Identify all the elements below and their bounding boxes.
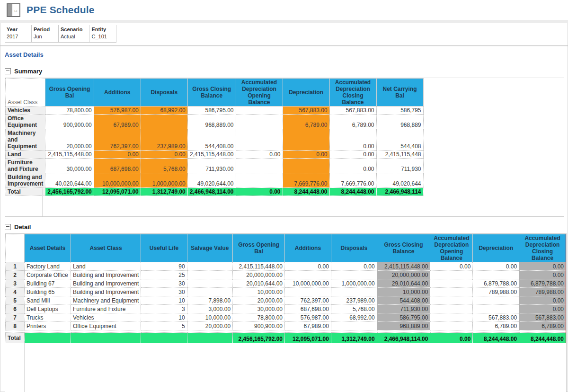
detail-cell[interactable]: 0.00	[430, 262, 473, 271]
summary-cell[interactable]: 237,989.00	[141, 129, 187, 151]
summary-cell[interactable]: 49,020,644.00	[187, 173, 236, 188]
detail-cell[interactable]	[285, 288, 331, 296]
detail-cell[interactable]: 687,698.00	[285, 305, 331, 313]
summary-cell[interactable]: 68,992.00	[141, 107, 187, 115]
detail-cell[interactable]: 6,789.00	[473, 322, 519, 330]
detail-cell[interactable]: Vehicles	[71, 313, 141, 322]
summary-cell[interactable]: 67,989.00	[94, 115, 141, 129]
pov-value[interactable]: Actual	[61, 34, 82, 39]
summary-cell[interactable]: 968,889.00	[187, 115, 236, 129]
summary-cell[interactable]: 6,789.00	[283, 115, 329, 129]
collapse-detail-icon[interactable]	[5, 224, 11, 230]
detail-cell[interactable]: 10,000.00	[233, 288, 285, 296]
summary-cell[interactable]	[236, 115, 283, 129]
detail-cell[interactable]: 576,987.00	[285, 313, 331, 322]
detail-cell[interactable]	[430, 271, 473, 279]
detail-cell[interactable]: Printers	[24, 322, 71, 330]
summary-cell[interactable]: 78,800.00	[45, 107, 94, 115]
detail-cell[interactable]	[331, 271, 377, 279]
detail-cell[interactable]: Sand Mill	[24, 296, 71, 305]
detail-cell[interactable]: 1,000,000.00	[331, 279, 377, 288]
detail-cell[interactable]	[331, 322, 377, 330]
detail-cell[interactable]: 10	[141, 313, 187, 322]
summary-cell[interactable]: 711,930	[376, 159, 423, 173]
summary-cell[interactable]: 567,883.00	[283, 107, 329, 115]
detail-cell[interactable]: 20,010,644.00	[233, 279, 285, 288]
detail-cell[interactable]: 30	[141, 279, 187, 288]
summary-cell[interactable]: 968,889	[376, 115, 423, 129]
detail-cell[interactable]: 20,000.00	[233, 296, 285, 305]
summary-cell[interactable]: 544,408	[376, 129, 423, 151]
summary-cell[interactable]: 0.00	[94, 151, 141, 159]
summary-cell[interactable]: 10,000,000.00	[94, 173, 141, 188]
detail-cell[interactable]: 10,000.00	[187, 313, 233, 322]
summary-cell[interactable]: 0.00	[141, 151, 187, 159]
summary-cell[interactable]: 49,020,644	[376, 173, 423, 188]
detail-cell[interactable]	[187, 288, 233, 296]
detail-cell[interactable]: 78,800.00	[233, 313, 285, 322]
detail-cell[interactable]: 20,000.00	[187, 322, 233, 330]
pane-toggle-icon[interactable]: ↔	[7, 3, 20, 17]
summary-cell[interactable]: 5,768.00	[141, 159, 187, 173]
detail-cell[interactable]: 5,768.00	[331, 305, 377, 313]
detail-cell[interactable]	[430, 313, 473, 322]
pov-value[interactable]: 2017	[7, 34, 25, 39]
detail-cell[interactable]	[187, 271, 233, 279]
detail-cell[interactable]: 10	[141, 296, 187, 305]
summary-cell[interactable]: 576,987.00	[94, 107, 141, 115]
summary-cell[interactable]	[283, 159, 329, 173]
detail-cell[interactable]	[430, 322, 473, 330]
detail-cell[interactable]: 30	[141, 288, 187, 296]
summary-cell[interactable]: 7,669,776.00	[283, 173, 329, 188]
summary-cell[interactable]: 567,883.00	[329, 107, 376, 115]
detail-cell[interactable]: Corporate Office	[24, 271, 71, 279]
detail-cell[interactable]: 567,883.00	[473, 313, 519, 322]
detail-cell[interactable]: Building and Improvement	[71, 279, 141, 288]
detail-cell[interactable]: Building 65	[24, 288, 71, 296]
detail-cell[interactable]: Factory Land	[24, 262, 71, 271]
detail-cell[interactable]: 90	[141, 262, 187, 271]
summary-cell[interactable]: 0.00	[329, 129, 376, 151]
detail-cell[interactable]	[430, 296, 473, 305]
detail-cell[interactable]	[285, 271, 331, 279]
detail-cell[interactable]: Building and Improvement	[71, 271, 141, 279]
summary-cell[interactable]: 2,415,115,448.00	[187, 151, 236, 159]
summary-cell[interactable]	[141, 115, 187, 129]
summary-cell[interactable]: 900,900.00	[45, 115, 94, 129]
detail-cell[interactable]	[430, 305, 473, 313]
detail-cell[interactable]	[473, 305, 519, 313]
detail-cell[interactable]: 237,989.00	[331, 296, 377, 305]
detail-cell[interactable]: 7,898.00	[187, 296, 233, 305]
detail-cell[interactable]	[187, 262, 233, 271]
summary-cell[interactable]: 7,669,776.00	[329, 173, 376, 188]
detail-cell[interactable]: 6,879,788.00	[473, 279, 519, 288]
summary-cell[interactable]: 40,020,644.00	[45, 173, 94, 188]
detail-cell[interactable]: 2,415,115,448.00	[233, 262, 285, 271]
summary-cell[interactable]: 0.00	[329, 151, 376, 159]
detail-cell[interactable]	[430, 279, 473, 288]
summary-cell[interactable]: 0.00	[236, 151, 283, 159]
detail-cell[interactable]: Office Equipment	[71, 322, 141, 330]
summary-cell[interactable]	[236, 107, 283, 115]
summary-cell[interactable]: 2,415,115,448	[376, 151, 423, 159]
detail-cell[interactable]	[187, 279, 233, 288]
summary-cell[interactable]: 0.00	[283, 151, 329, 159]
detail-cell[interactable]: Dell Laptops	[24, 305, 71, 313]
summary-cell[interactable]: 2,415,115,448.00	[45, 151, 94, 159]
detail-cell[interactable]: Furniture and Fixture	[71, 305, 141, 313]
summary-cell[interactable]	[283, 129, 329, 151]
detail-cell[interactable]: 0.00	[331, 262, 377, 271]
detail-cell[interactable]	[473, 271, 519, 279]
detail-cell[interactable]: Machinery and Equipment	[71, 296, 141, 305]
detail-cell[interactable]: 25	[141, 271, 187, 279]
detail-cell[interactable]: 67,989.00	[285, 322, 331, 330]
summary-cell[interactable]: 20,000.00	[45, 129, 94, 151]
detail-cell[interactable]: 3	[141, 305, 187, 313]
summary-cell[interactable]: 6,789.00	[329, 115, 376, 129]
detail-cell[interactable]: Trucks	[24, 313, 71, 322]
summary-cell[interactable]: 762,397.00	[94, 129, 141, 151]
summary-cell[interactable]: 711,930.00	[187, 159, 236, 173]
detail-cell[interactable]: 20,000,000.00	[233, 271, 285, 279]
summary-cell[interactable]	[236, 129, 283, 151]
summary-cell[interactable]	[236, 159, 283, 173]
